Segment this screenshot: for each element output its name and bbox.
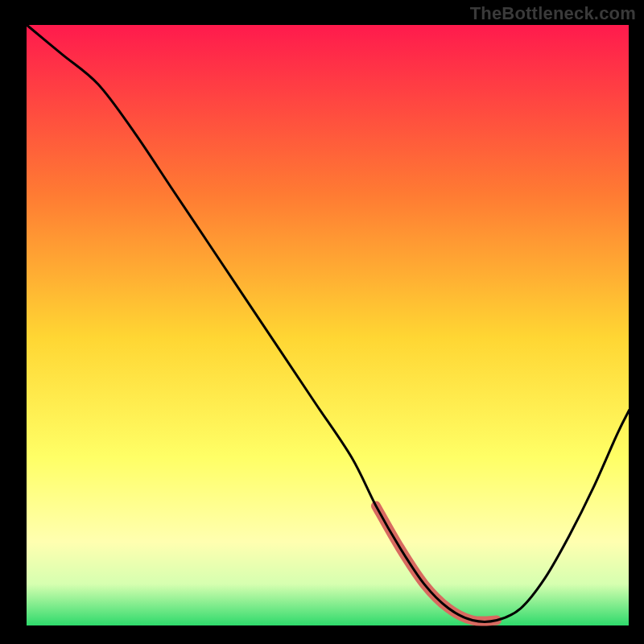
plot-background [26, 24, 630, 626]
bottleneck-chart [0, 0, 644, 644]
chart-stage: TheBottleneck.com [0, 0, 644, 644]
